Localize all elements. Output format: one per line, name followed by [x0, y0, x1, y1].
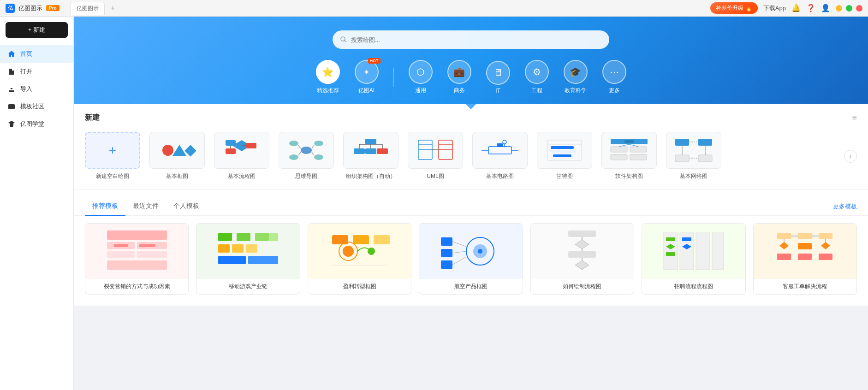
tab-personal[interactable]: 个人模板 — [166, 197, 207, 216]
svg-rect-60 — [698, 155, 712, 162]
label-t5: 如何绘制流程图 — [531, 279, 634, 294]
template-circuit[interactable]: 基本电路图 — [472, 132, 528, 180]
label-t3: 盈利转型框图 — [308, 279, 411, 294]
window-controls — [836, 5, 862, 12]
template-gantt[interactable]: 甘特图 — [537, 132, 592, 180]
thumb-t6 — [642, 224, 745, 279]
template-network[interactable]: 基本网络图 — [666, 132, 721, 180]
cat-business[interactable]: 💼 商务 — [447, 60, 471, 95]
section-header: 新建 ≡ — [85, 113, 857, 123]
grid-card-t7[interactable]: 客服工单解决流程 — [753, 223, 857, 295]
sidebar-item-home[interactable]: 首页 — [0, 45, 73, 63]
blank-card[interactable]: + 新建空白绘图 — [85, 132, 140, 180]
svg-line-21 — [312, 152, 314, 155]
label-gantt: 甘特图 — [556, 172, 573, 180]
cat-label-ai: 亿图AI — [358, 87, 375, 95]
svg-rect-70 — [107, 260, 167, 270]
label-org-chart: 组织架构图（自动） — [346, 172, 396, 180]
grid-card-t5[interactable]: 如何绘制流程图 — [530, 223, 634, 295]
template-software-arch[interactable]: 软件架构图 — [601, 132, 657, 180]
sidebar-item-community[interactable]: 模板社区 — [0, 98, 73, 115]
cat-icon-engineering: ⚙ — [525, 60, 549, 84]
cat-general[interactable]: ⬡ 通用 — [409, 60, 433, 95]
cat-label-education: 教育科学 — [565, 87, 587, 95]
cat-ai[interactable]: ✦ HOT 亿图AI — [355, 60, 379, 95]
cat-label-business: 商务 — [454, 87, 465, 95]
minimize-button[interactable] — [836, 5, 842, 12]
scroll-right-arrow[interactable]: › — [844, 150, 857, 163]
svg-rect-48 — [553, 154, 571, 157]
cat-it[interactable]: 🖥 IT — [486, 61, 510, 94]
user-icon[interactable]: 👤 — [821, 4, 830, 13]
tab-recent[interactable]: 最近文件 — [125, 197, 166, 216]
more-icon[interactable]: ≡ — [852, 113, 857, 123]
thumb-org-chart — [343, 132, 398, 169]
thumb-t7 — [754, 224, 856, 279]
import-icon — [7, 85, 16, 93]
cat-icon-featured: ⭐ — [316, 60, 340, 84]
new-button[interactable]: + 新建 — [6, 22, 68, 38]
svg-point-2 — [11, 106, 12, 107]
svg-rect-74 — [237, 233, 250, 241]
tab-item[interactable]: 亿图图示 — [71, 2, 105, 15]
upgrade-button[interactable]: 补差价升级 🔥 — [710, 2, 758, 14]
grid-card-t3[interactable]: 盈利转型框图 — [308, 223, 411, 295]
help-icon[interactable]: ❓ — [806, 4, 815, 13]
tabs-list: 推荐模板 最近文件 个人模板 — [85, 197, 207, 215]
tab-recommended[interactable]: 推荐模板 — [85, 197, 125, 216]
ai-icon: ✦ — [363, 68, 369, 77]
search-input[interactable] — [351, 36, 602, 43]
download-app[interactable]: 下载App — [763, 4, 786, 12]
svg-rect-120 — [777, 254, 791, 260]
more-templates-link[interactable]: 更多模板 — [833, 202, 857, 211]
template-grid: 裂变营销的方式与成功因素 — [85, 223, 857, 295]
grid-card-t1[interactable]: 裂变营销的方式与成功因素 — [85, 223, 189, 295]
template-uml[interactable]: UML图 — [408, 132, 463, 180]
svg-rect-68 — [107, 251, 135, 258]
template-basic-flow[interactable]: 基本流程图 — [214, 132, 269, 180]
cat-label-it: IT — [495, 88, 500, 94]
thumb-software-arch — [601, 132, 657, 169]
grid-card-t6[interactable]: 招聘流程流程图 — [642, 223, 745, 295]
label-t7: 客服工单解决流程 — [754, 279, 856, 294]
cat-education[interactable]: 🎓 教育科学 — [564, 60, 588, 95]
label-basic-flow: 基本流程图 — [228, 172, 256, 180]
template-mind-map[interactable]: 思维导图 — [279, 132, 334, 180]
bell-icon[interactable]: 🔔 — [791, 4, 801, 13]
sidebar-item-academy[interactable]: 亿图学堂 — [0, 115, 73, 133]
svg-rect-90 — [441, 249, 452, 257]
sidebar-label-import: 导入 — [20, 85, 32, 93]
template-basic-shapes[interactable]: 基本框图 — [149, 132, 205, 180]
template-org-chart[interactable]: 组织架构图（自动） — [343, 132, 398, 180]
edu-icon: 🎓 — [570, 66, 581, 77]
thumb-t4 — [419, 224, 522, 279]
cat-more[interactable]: ⋯ 更多 — [602, 60, 626, 95]
grid-card-t4[interactable]: 航空产品框图 — [419, 223, 523, 295]
label-uml: UML图 — [427, 172, 444, 180]
sidebar-label-home: 首页 — [20, 50, 32, 58]
blank-thumb[interactable]: + — [85, 132, 140, 169]
cat-engineering[interactable]: ⚙ 工程 — [525, 60, 549, 95]
tab-add[interactable]: + — [107, 2, 119, 15]
plus-icon: + — [109, 143, 116, 158]
svg-marker-5 — [172, 145, 186, 156]
svg-rect-79 — [246, 244, 257, 253]
label-circuit: 基本电路图 — [486, 172, 514, 180]
sidebar-item-import[interactable]: 导入 — [0, 80, 73, 98]
thumb-t5 — [531, 224, 634, 279]
svg-rect-109 — [666, 237, 675, 241]
close-button[interactable] — [856, 5, 862, 12]
grid-card-t2[interactable]: 移动游戏产业链 — [196, 223, 300, 295]
svg-line-93 — [452, 242, 466, 247]
app-logo: 亿 — [6, 4, 15, 13]
svg-point-41 — [503, 140, 506, 144]
cat-featured[interactable]: ⭐ 精选推荐 — [316, 60, 340, 95]
maximize-button[interactable] — [846, 5, 852, 12]
search-bar[interactable] — [333, 30, 609, 49]
svg-marker-101 — [575, 260, 589, 270]
cat-icon-ai: ✦ HOT — [355, 60, 379, 84]
svg-rect-83 — [353, 235, 369, 244]
cat-label-general: 通用 — [415, 87, 426, 95]
svg-rect-72 — [139, 244, 155, 247]
sidebar-item-open[interactable]: 打开 — [0, 63, 73, 80]
